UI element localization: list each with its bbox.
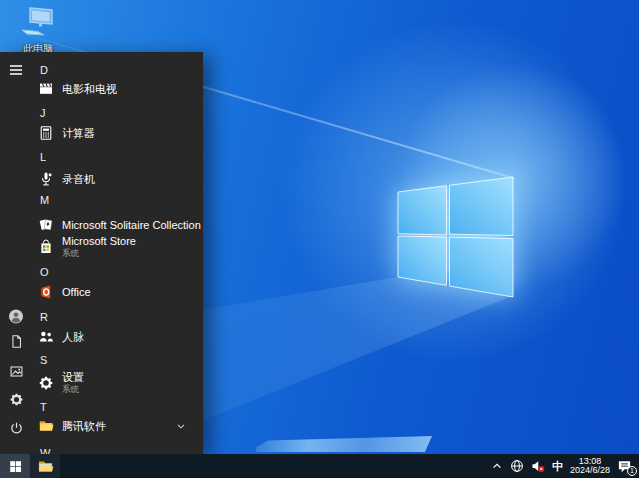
desktop-watermark [256,436,432,452]
user-avatar-icon [8,308,24,325]
chevron-down-icon[interactable] [175,420,187,432]
this-pc-icon [18,6,58,38]
ime-indicator[interactable]: 中 [552,459,563,474]
gear-icon [9,392,24,407]
app-label: Microsoft Solitaire Collection [62,219,201,231]
network-globe-icon [510,459,524,473]
app-label: 设置 [62,372,84,383]
document-icon [9,334,24,349]
documents-button[interactable] [8,333,24,349]
file-explorer-icon [37,458,54,475]
app-list-item-calculator[interactable]: 计算器 [36,122,199,144]
app-list-item-voice-recorder[interactable]: 录音机 [36,168,199,190]
app-label: 计算器 [62,126,95,141]
section-letter: W [40,447,50,454]
notification-badge: 1 [627,466,637,476]
pictures-button[interactable] [8,363,24,379]
section-letter: L [40,151,46,163]
app-sublabel: 系统 [62,248,136,259]
clock-date: 2024/6/28 [570,466,610,476]
section-letter: D [40,64,48,76]
app-list-letter-r[interactable]: R [40,306,199,328]
power-icon [9,421,24,436]
app-label: 人脉 [62,330,84,345]
user-profile-button[interactable] [8,308,24,324]
taskbar-clock[interactable]: 13:08 2024/6/28 [570,457,610,476]
system-tray: 中 13:08 2024/6/28 1 [491,454,639,478]
app-list-letter-o[interactable]: O [40,261,199,283]
section-letter: M [40,194,49,206]
section-letter: O [40,266,49,278]
start-menu: D 电影和电视 J 计算器 L 录音机 M [0,52,203,454]
network-tray-button[interactable] [510,459,524,473]
desktop-icon-this-pc[interactable]: 此电脑 [8,6,68,54]
app-sublabel: 系统 [62,384,84,395]
show-hidden-icons-button[interactable] [491,460,503,472]
start-button[interactable] [0,454,30,478]
pictures-icon [9,364,24,379]
section-letter: S [40,354,47,366]
app-label: Office [62,286,91,298]
app-list-letter-j[interactable]: J [40,102,199,124]
app-list-letter-w[interactable]: W [40,442,199,454]
app-list-item-solitaire[interactable]: Microsoft Solitaire Collection [36,214,199,236]
movies-tv-icon [38,81,54,97]
section-letter: T [40,401,47,413]
file-explorer-button[interactable] [30,454,60,478]
app-list-item-settings[interactable]: 设置 系统 [36,372,199,394]
chevron-up-icon [491,460,503,472]
section-letter: J [40,107,46,119]
windows-start-icon [9,460,22,473]
app-list-letter-s[interactable]: S [40,349,199,371]
store-icon [38,239,54,255]
app-label: 录音机 [62,172,95,187]
action-center-button[interactable]: 1 [617,458,634,474]
section-letter: R [40,311,48,323]
taskbar: 中 13:08 2024/6/28 1 [0,454,639,478]
windows-desktop: 此电脑 [0,0,639,478]
app-list-item-office[interactable]: Office [36,281,199,303]
volume-tray-button[interactable] [531,459,545,473]
app-list-item-movies-tv[interactable]: 电影和电视 [36,78,199,100]
group-label: 腾讯软件 [62,419,106,434]
people-icon [38,329,54,345]
app-label: 电影和电视 [62,82,117,97]
volume-muted-icon [531,459,545,473]
windows-logo-wallpaper [396,175,516,299]
voice-recorder-icon [38,171,54,187]
app-list-group-tencent[interactable]: 腾讯软件 [36,415,199,437]
hamburger-menu-button[interactable] [8,62,24,78]
start-menu-rail [0,52,32,454]
hamburger-icon [8,62,24,78]
settings-icon [38,375,54,391]
solitaire-icon [38,217,54,233]
settings-rail-button[interactable] [8,391,24,407]
app-label: Microsoft Store [62,236,136,247]
app-list-item-people[interactable]: 人脉 [36,326,199,348]
app-list-item-microsoft-store[interactable]: Microsoft Store 系统 [36,236,199,258]
power-button[interactable] [8,420,24,436]
office-icon [38,284,54,300]
app-list-letter-l[interactable]: L [40,146,199,168]
app-list-letter-m[interactable]: M [40,189,199,211]
folder-icon [38,418,54,434]
calculator-icon [38,125,54,141]
